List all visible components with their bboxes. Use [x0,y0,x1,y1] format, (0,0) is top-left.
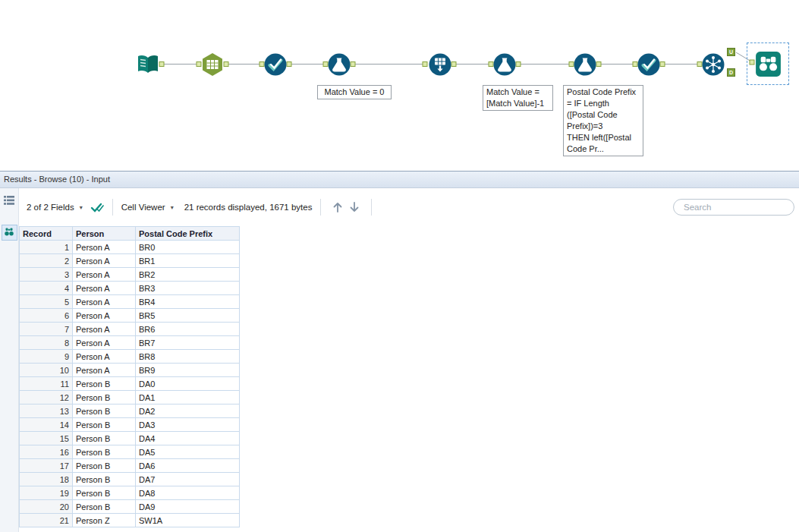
record-number-cell[interactable]: 11 [20,377,73,391]
scroll-up-button[interactable] [329,199,346,216]
workflow-connections [0,0,799,171]
record-number-cell[interactable]: 17 [20,459,73,473]
results-panel: Results - Browse (10) - Input [0,171,799,532]
browse-tool[interactable] [755,51,782,77]
person-cell[interactable]: Person B [73,432,136,445]
fields-dropdown[interactable]: 2 of 2 Fields ▾ [27,203,83,212]
record-number-cell[interactable]: 9 [20,350,73,364]
record-number-cell[interactable]: 20 [20,500,73,514]
postal-code-prefix-cell[interactable]: BR4 [136,295,240,309]
postal-code-prefix-cell[interactable]: BR2 [136,268,240,282]
column-header-person[interactable]: Person [73,227,136,241]
postal-code-prefix-cell[interactable]: BR0 [136,241,240,254]
cell-viewer-dropdown[interactable]: Cell Viewer ▾ [121,203,174,212]
table-row: 3 Person A BR2 [20,268,240,282]
postal-code-prefix-cell[interactable]: DA0 [136,377,240,391]
person-cell[interactable]: Person A [73,241,136,254]
record-number-cell[interactable]: 2 [20,254,73,268]
table-row: 15 Person B DA4 [20,432,240,445]
check-tool-2[interactable] [636,52,662,77]
input-data-tool[interactable] [135,52,161,77]
person-cell[interactable]: Person A [73,295,136,309]
annotation-match-value-0[interactable]: Match Value = 0 [317,85,392,99]
person-cell[interactable]: Person B [73,418,136,432]
person-cell[interactable]: Person B [73,377,136,391]
unique-tool[interactable] [700,52,726,77]
flask-circle-icon [572,52,598,77]
person-cell[interactable]: Person Z [73,514,136,527]
postal-code-prefix-cell[interactable]: BR6 [136,323,240,336]
postal-code-prefix-cell[interactable]: DA7 [136,473,240,486]
table-row: 8 Person A BR7 [20,336,240,350]
record-number-cell[interactable]: 14 [20,418,73,432]
formula-tool-2[interactable] [492,52,517,77]
record-number-cell[interactable]: 10 [20,364,73,377]
record-number-cell[interactable]: 1 [20,241,73,254]
search-input[interactable] [684,203,799,212]
record-number-cell[interactable]: 8 [20,336,73,350]
person-cell[interactable]: Person A [73,350,136,364]
search-box[interactable] [673,199,794,216]
formula-tool-3[interactable] [572,52,598,77]
record-number-cell[interactable]: 3 [20,268,73,282]
workflow-canvas[interactable]: U D Match Value = 0 Match Value = [Match… [0,0,799,171]
formula-tool-1[interactable] [326,52,352,77]
record-number-cell[interactable]: 15 [20,432,73,445]
apply-check-icon[interactable] [90,202,104,212]
postal-code-prefix-cell[interactable]: BR3 [136,282,240,295]
postal-code-prefix-cell[interactable]: DA8 [136,486,240,500]
record-number-cell[interactable]: 16 [20,445,73,459]
person-cell[interactable]: Person A [73,268,136,282]
postal-code-prefix-cell[interactable]: BR5 [136,309,240,323]
table-row: 5 Person A BR4 [20,295,240,309]
table-row: 13 Person B DA2 [20,405,240,418]
record-number-cell[interactable]: 5 [20,295,73,309]
column-header-record[interactable]: Record [20,227,73,241]
person-cell[interactable]: Person B [73,500,136,514]
person-cell[interactable]: Person A [73,254,136,268]
person-cell[interactable]: Person A [73,323,136,336]
binoculars-icon [3,227,15,238]
postal-code-prefix-cell[interactable]: DA3 [136,418,240,432]
table-view-button[interactable] [2,192,17,208]
person-cell[interactable]: Person B [73,459,136,473]
person-cell[interactable]: Person A [73,282,136,295]
generate-rows-tool[interactable] [427,52,453,77]
record-number-cell[interactable]: 19 [20,486,73,500]
record-number-cell[interactable]: 21 [20,514,73,527]
postal-code-prefix-cell[interactable]: BR9 [136,364,240,377]
browse-view-button[interactable] [2,225,17,241]
record-number-cell[interactable]: 6 [20,309,73,323]
person-cell[interactable]: Person B [73,391,136,405]
unique-output-u-anchor[interactable]: U [727,48,735,56]
postal-code-prefix-cell[interactable]: BR1 [136,254,240,268]
check-tool-1[interactable] [263,52,288,77]
postal-code-prefix-cell[interactable]: DA9 [136,500,240,514]
person-cell[interactable]: Person A [73,309,136,323]
record-number-cell[interactable]: 12 [20,391,73,405]
record-number-cell[interactable]: 18 [20,473,73,486]
unique-output-d-anchor[interactable]: D [727,68,735,77]
postal-code-prefix-cell[interactable]: DA5 [136,445,240,459]
scroll-down-button[interactable] [346,199,363,216]
record-number-cell[interactable]: 7 [20,323,73,336]
text-input-tool[interactable] [200,52,225,77]
annotation-postal-code-formula[interactable]: Postal Code Prefix = IF Length ([Postal … [563,85,643,156]
person-cell[interactable]: Person A [73,364,136,377]
postal-code-prefix-cell[interactable]: DA6 [136,459,240,473]
postal-code-prefix-cell[interactable]: SW1A [136,514,240,527]
person-cell[interactable]: Person B [73,405,136,418]
record-number-cell[interactable]: 4 [20,282,73,295]
postal-code-prefix-cell[interactable]: DA1 [136,391,240,405]
record-number-cell[interactable]: 13 [20,405,73,418]
annotation-match-value-decrement[interactable]: Match Value = [Match Value]-1 [483,85,553,111]
postal-code-prefix-cell[interactable]: BR8 [136,350,240,364]
column-header-postal-code-prefix[interactable]: Postal Code Prefix [136,227,240,241]
person-cell[interactable]: Person B [73,473,136,486]
postal-code-prefix-cell[interactable]: DA4 [136,432,240,445]
person-cell[interactable]: Person B [73,445,136,459]
person-cell[interactable]: Person A [73,336,136,350]
person-cell[interactable]: Person B [73,486,136,500]
postal-code-prefix-cell[interactable]: DA2 [136,405,240,418]
postal-code-prefix-cell[interactable]: BR7 [136,336,240,350]
